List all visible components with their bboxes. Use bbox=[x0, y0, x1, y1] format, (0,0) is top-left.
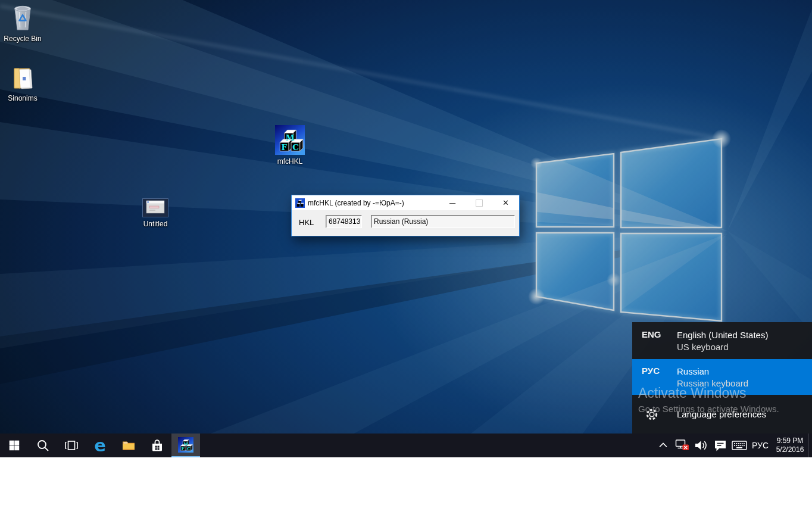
desktop-icon-sinonims[interactable]: Sinonims bbox=[0, 66, 45, 102]
svg-text:M: M bbox=[286, 133, 295, 142]
desktop-icon-label: Untitled bbox=[143, 220, 168, 228]
desktop-icon-label: Recycle Bin bbox=[4, 35, 41, 43]
chevron-up-icon bbox=[656, 438, 670, 453]
taskbar-clock[interactable]: 9:59 PM 5/2/2016 bbox=[772, 434, 808, 457]
layout-name-field[interactable]: Russian (Russia) bbox=[371, 215, 515, 228]
network-status-button[interactable] bbox=[673, 434, 692, 457]
edge-button[interactable]: e bbox=[86, 434, 114, 457]
task-view-button[interactable] bbox=[57, 434, 86, 457]
mfc-titlebar-icon bbox=[295, 198, 305, 208]
mfchkl-taskbar-button[interactable]: M F C bbox=[171, 434, 200, 457]
taskbar: e bbox=[0, 434, 812, 457]
tray-language-button[interactable]: РУС bbox=[749, 434, 772, 457]
language-abbr: РУС bbox=[642, 366, 677, 395]
close-button[interactable]: ✕ bbox=[492, 195, 519, 210]
hkl-label: HKL bbox=[299, 218, 314, 227]
svg-text:F: F bbox=[281, 142, 287, 152]
window-titlebar[interactable]: mfcHKL (created by -=ЮрА=-) — ✕ bbox=[292, 195, 519, 210]
desktop-icon-untitled[interactable]: Untitled bbox=[133, 198, 178, 228]
search-icon bbox=[36, 438, 50, 453]
mfc-app-icon-small: M F C bbox=[178, 437, 193, 453]
desktop-screen: Recycle Bin Sinonims bbox=[0, 0, 812, 457]
network-disconnected-icon bbox=[675, 439, 689, 452]
desktop-icon-label: Sinonims bbox=[8, 94, 37, 102]
language-name: English (United States) bbox=[677, 329, 768, 341]
keyboard-name: Russian keyboard bbox=[677, 378, 748, 389]
minimize-button[interactable]: — bbox=[439, 195, 466, 210]
mfchkl-window: mfcHKL (created by -=ЮрА=-) — ✕ HKL 6874… bbox=[291, 195, 520, 236]
maximize-icon bbox=[476, 199, 483, 207]
minimize-icon: — bbox=[449, 200, 455, 206]
maximize-button bbox=[466, 195, 492, 210]
windows-logo-icon bbox=[8, 439, 21, 452]
desktop-icon-mfchkl[interactable]: M F C mfcHKL bbox=[267, 125, 313, 166]
svg-text:C: C bbox=[292, 142, 299, 152]
language-name: Russian bbox=[677, 366, 748, 378]
language-item-english[interactable]: ENG English (United States) US keyboard bbox=[632, 322, 812, 359]
store-button[interactable] bbox=[143, 434, 171, 457]
file-explorer-icon bbox=[121, 438, 136, 453]
svg-text:F: F bbox=[181, 446, 184, 451]
keyboard-name: US keyboard bbox=[677, 341, 768, 353]
svg-text:C: C bbox=[187, 446, 190, 451]
untitled-window-icon bbox=[142, 198, 168, 217]
mfc-app-icon: M F C bbox=[275, 125, 305, 155]
language-preferences-label: Language preferences bbox=[677, 409, 766, 419]
touch-keyboard-button[interactable] bbox=[730, 434, 749, 457]
desktop-icon-recycle-bin[interactable]: Recycle Bin bbox=[0, 4, 45, 43]
gear-icon bbox=[644, 407, 660, 422]
start-button[interactable] bbox=[0, 434, 29, 457]
close-icon: ✕ bbox=[502, 198, 509, 207]
clock-date: 5/2/2016 bbox=[776, 445, 804, 454]
window-body: HKL 68748313 Russian (Russia) bbox=[292, 210, 519, 235]
language-preferences-button[interactable]: Language preferences bbox=[632, 395, 812, 434]
action-center-icon bbox=[713, 438, 727, 453]
clock-time: 9:59 PM bbox=[777, 436, 804, 445]
speaker-icon bbox=[694, 439, 708, 452]
store-icon bbox=[150, 438, 164, 453]
desktop-icon-label: mfcHKL bbox=[277, 157, 303, 166]
language-abbr: ENG bbox=[642, 329, 677, 359]
recycle-bin-icon bbox=[11, 4, 35, 32]
folder-icon bbox=[9, 66, 36, 92]
search-button[interactable] bbox=[29, 434, 57, 457]
language-item-russian-selected[interactable]: РУС Russian Russian keyboard bbox=[632, 359, 812, 395]
action-center-button[interactable] bbox=[711, 434, 730, 457]
edge-icon: e bbox=[94, 437, 106, 454]
volume-button[interactable] bbox=[692, 434, 711, 457]
task-view-icon bbox=[64, 438, 79, 453]
show-desktop-button[interactable] bbox=[808, 434, 812, 457]
file-explorer-button[interactable] bbox=[114, 434, 143, 457]
keyboard-icon bbox=[732, 439, 747, 451]
tray-chevron-button[interactable] bbox=[654, 434, 673, 457]
language-flyout: ENG English (United States) US keyboard … bbox=[632, 322, 812, 434]
hkl-value-field[interactable]: 68748313 bbox=[326, 215, 362, 228]
window-title: mfcHKL (created by -=ЮрА=-) bbox=[308, 199, 439, 207]
